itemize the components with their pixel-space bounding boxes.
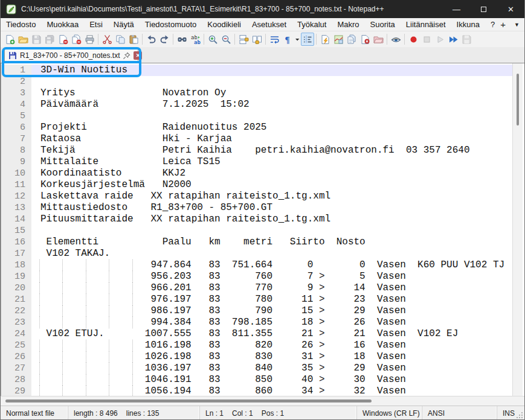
menu-item-tiedosto[interactable]: Tiedosto [1,18,41,31]
editor-line[interactable]: 13D-Win Nuotitus [1,65,512,76]
editor-line[interactable]: 26 1026.198 83 830 31 > 18 Vasen [1,351,512,363]
menu-item-tiedostomuoto[interactable]: Tiedostomuoto [140,18,202,31]
sync-vertical-icon[interactable] [237,33,250,46]
editor-line[interactable]: 24 V102 ETUJ. 1007.555 83 811.355 21 > 2… [1,328,512,340]
document-map-icon[interactable] [332,33,345,46]
indent-guide-icon[interactable] [301,33,314,46]
svg-text:ab: ab [194,39,201,45]
editor-line[interactable]: 23 994.384 83 798.185 18 > 26 Vasen [1,317,512,328]
status-position: Pos : 1 [262,409,284,418]
pin-icon[interactable] [123,52,130,60]
open-file-icon[interactable] [16,33,30,46]
status-insert-mode[interactable]: INS [503,409,515,418]
save-file-icon [30,33,43,46]
editor-line[interactable]: 3Yritys Novatron Oy [1,88,512,99]
close-button[interactable]: ✕ [497,0,524,18]
tab-list-dropdown[interactable]: ▼ [514,22,520,28]
print-icon[interactable] [83,33,96,46]
tab-active[interactable]: R1_83+700 - 85+700_notes.txt ✕ [4,48,138,63]
close-file-icon[interactable] [56,33,69,46]
menu-item-etsi[interactable]: Etsi [84,18,108,31]
paste-icon[interactable] [127,33,140,46]
editor-line[interactable]: 6Projekti Raidenuotitus 2025 [1,122,512,133]
replace-icon[interactable]: abab [188,33,202,46]
editor-line[interactable]: 19 956.203 83 760 7 > 5 Vasen [1,271,512,282]
editor-line[interactable]: 25 1016.198 83 820 26 > 16 Vasen [1,340,512,351]
sync-horizontal-icon[interactable] [250,33,263,46]
show-all-dropdown-icon[interactable] [294,33,301,46]
editor-line[interactable]: 9Mittalaite Leica TS15 [1,156,512,168]
export-icon[interactable] [358,33,372,46]
document-list-icon[interactable] [345,33,358,46]
folder-as-workspace-icon[interactable] [372,33,385,46]
horizontal-scrollbar[interactable] [1,396,524,406]
editor-line[interactable]: 2 [1,76,512,88]
editor-line-text: 986.197 83 790 15 > 29 Vasen [31,305,512,317]
show-all-characters-icon[interactable]: ¶ [281,33,294,46]
editor-line[interactable]: 11Korkeusjärjestelmä N2000 [1,179,512,191]
editor-line[interactable]: 13Mittaustiedosto R1_83+700 - 85+700.GT [1,202,512,214]
menu-item-suorita[interactable]: Suorita [365,18,401,31]
editor-line[interactable]: 16 Elementti Paalu km metri Siirto Nosto [1,237,512,248]
editor-line-text: Yritys Novatron Oy [31,88,512,99]
editor-line[interactable]: 12Laskettava raide XX ratapihan raiteist… [1,191,512,202]
editor-line[interactable]: 14Pituusmittaraide XX ratapihan raiteist… [1,214,512,225]
file-monitoring-icon[interactable] [389,33,402,46]
status-encoding[interactable]: ANSI [428,409,445,418]
editor-area[interactable]: 13D-Win Nuotitus23Yritys Novatron Oy4Päi… [1,63,524,396]
zoom-in-icon[interactable] [206,33,219,46]
tab-close-button[interactable]: ✕ [134,51,142,60]
menu-item-makro[interactable]: Makro [332,18,364,31]
editor-line[interactable]: 4Päivämäärä 7.1.2025 15:02 [1,99,512,110]
close-all-icon[interactable] [69,33,83,46]
menu-item-tykalut[interactable]: Työkalut [292,18,332,31]
status-eol-format[interactable]: Windows (CR LF) [362,409,420,418]
editor-line[interactable]: 8Tekijä Petri Kaihia petri.kaihia@novatr… [1,145,512,156]
line-number: 12 [1,191,31,202]
status-line-number: Ln : 1 [205,409,224,418]
editor-line[interactable]: 29 1056.194 83 860 34 > 32 Vasen [1,386,512,396]
editor-line[interactable]: 20 966.201 83 770 9 > 14 Vasen [1,282,512,294]
status-doc-type: Normal text file [6,409,54,418]
menu-item-asetukset[interactable]: Asetukset [246,18,292,31]
menu-item-muokkaa[interactable]: Muokkaa [41,18,84,31]
editor-line[interactable]: 17 V102 TAKAJ. [1,248,512,259]
editor-line[interactable]: 15 [1,225,512,237]
editor-line-text: Laskettava raide XX ratapihan raiteisto_… [31,191,512,202]
editor-line[interactable]: 21 976.197 83 780 11 > 23 Vasen [1,294,512,305]
menu-item-koodikieli[interactable]: Koodikieli [202,18,246,31]
editor-line[interactable]: 28 1046.191 83 850 40 > 30 Vasen [1,374,512,386]
line-number: 6 [1,122,31,133]
editor-line[interactable]: 7Rataosa Hki - Karjaa [1,133,512,145]
editor-line[interactable]: 18 947.864 83 751.664 0 0 Vasen K60 PUU … [1,259,512,271]
menu-item-?[interactable]: ? [485,18,500,31]
menu-item-nyt[interactable]: Näytä [108,18,140,31]
menu-item-liitnniset[interactable]: Liitännäiset [401,18,451,31]
zoom-out-icon[interactable] [219,33,233,46]
editor-line-text: Elementti Paalu km metri Siirto Nosto [31,237,512,248]
copy-icon[interactable] [114,33,127,46]
editor-line[interactable]: 10Koordinaatisto KKJ2 [1,168,512,179]
line-number: 26 [1,351,31,363]
horizontal-scrollbar-thumb[interactable] [5,399,372,402]
word-wrap-icon[interactable] [268,33,281,46]
vertical-scrollbar[interactable] [512,63,523,396]
editor-line[interactable]: 27 1036.197 83 840 35 > 29 Vasen [1,363,512,374]
editor-line-text: 1046.191 83 850 40 > 30 Vasen [31,374,512,386]
menu-item-ikkuna[interactable]: Ikkuna [451,18,485,31]
editor-line[interactable]: 5 [1,110,512,122]
run-macro-multiple-icon[interactable] [446,33,460,46]
undo-icon[interactable] [144,33,158,46]
cut-icon[interactable] [100,33,114,46]
new-file-icon[interactable] [3,33,16,46]
resize-grip[interactable] [516,412,523,419]
function-list-icon[interactable] [318,33,332,46]
new-tab-button[interactable]: + [500,19,506,30]
vertical-scrollbar-thumb[interactable] [517,74,519,126]
editor-line[interactable]: 22 986.197 83 790 15 > 29 Vasen [1,305,512,317]
record-macro-icon[interactable] [407,33,420,46]
find-icon[interactable] [175,33,188,46]
minimize-button[interactable]: — [443,0,470,18]
redo-icon[interactable] [158,33,171,46]
maximize-button[interactable] [470,0,497,18]
